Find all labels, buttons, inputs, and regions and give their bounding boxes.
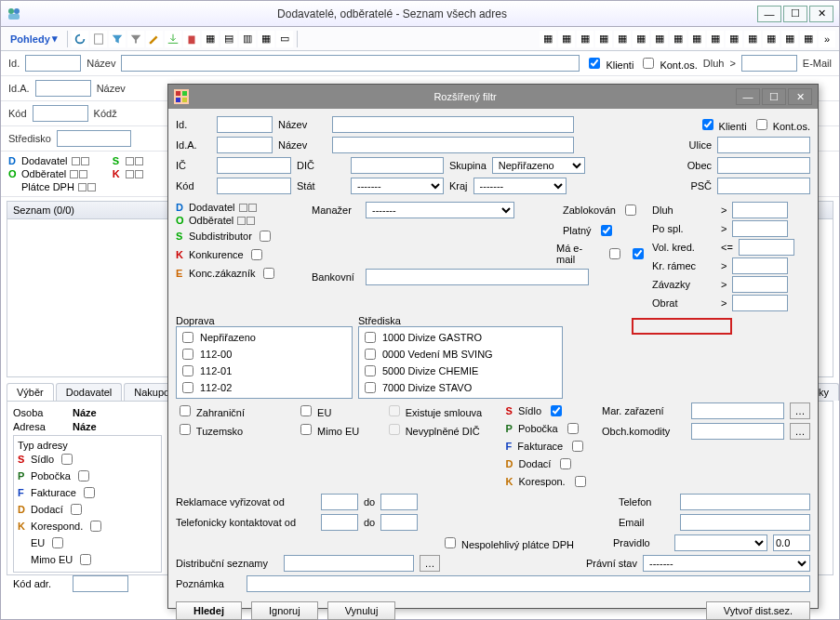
doc3-icon[interactable]: ▥ [239, 31, 256, 47]
strediska-list[interactable]: 1000 Divize GASTRO 0000 Vedení MB SVING … [358, 326, 563, 399]
dlg-nazev-input[interactable] [332, 116, 574, 133]
grid-icon[interactable]: ▦ [258, 31, 274, 47]
dlg-konc-check[interactable] [263, 268, 274, 279]
dlg-ulice-input[interactable] [717, 137, 810, 153]
vytvor-button[interactable]: Vytvoř dist.sez. [706, 601, 810, 620]
tool-i-icon[interactable]: ▦ [688, 31, 705, 47]
dodaci-check[interactable] [71, 504, 82, 515]
odberatel-tristate[interactable] [70, 170, 87, 178]
dlg-kor-check[interactable] [575, 476, 586, 487]
funnel-icon[interactable] [127, 31, 144, 47]
dlg-distsez-input[interactable] [284, 555, 414, 572]
hledej-button[interactable]: Hledej [176, 601, 242, 620]
dlg-dod-tri[interactable] [239, 204, 257, 212]
platce-tristate[interactable] [78, 183, 96, 191]
kod-input[interactable] [33, 105, 88, 122]
tool-e-icon[interactable]: ▦ [614, 31, 631, 47]
dlg-ic-input[interactable] [217, 157, 291, 174]
delete-icon[interactable] [183, 31, 200, 47]
minimize-button[interactable]: — [757, 6, 781, 22]
distsez-browse[interactable]: … [420, 555, 440, 572]
k-tristate[interactable] [126, 170, 143, 178]
dlg-dluh-input[interactable] [732, 202, 788, 218]
tel-do-input[interactable] [380, 514, 418, 531]
new-icon[interactable] [90, 31, 107, 47]
dlg-obrat-input[interactable] [732, 295, 788, 311]
dlg-poznamka-input[interactable] [247, 575, 810, 592]
dlg-odb-tri[interactable] [237, 217, 255, 225]
dlg-pravidlo-val[interactable] [773, 534, 810, 551]
zahr-check[interactable]: Zahraniční [176, 402, 291, 419]
dlg-kontos-check[interactable]: Kont.os. [753, 116, 810, 133]
mimoeu-check[interactable] [80, 554, 91, 565]
rekl-do-input[interactable] [380, 494, 418, 510]
dlg-zablok-check[interactable] [625, 204, 636, 216]
dlg-maximize-button[interactable]: ☐ [762, 88, 786, 105]
obchkom-browse[interactable]: … [790, 423, 810, 440]
dlg-pravidlo-select[interactable] [674, 534, 767, 551]
dlg-volkred-input[interactable] [739, 239, 794, 256]
tool-l-icon[interactable]: ▦ [744, 31, 761, 47]
mimoeu-check2[interactable]: Mimo EU [297, 421, 380, 438]
tool-k-icon[interactable]: ▦ [726, 31, 742, 47]
views-dropdown[interactable]: Pohledy▾ [5, 31, 63, 46]
tab-vyber[interactable]: Výběr [7, 383, 54, 401]
ida-input[interactable] [35, 80, 91, 97]
tool-m-icon[interactable]: ▦ [763, 31, 780, 47]
dlg-minimize-button[interactable]: — [736, 88, 760, 105]
nevypl-check[interactable]: Nevyplněné DIČ [385, 421, 500, 438]
refresh-icon[interactable] [72, 31, 88, 47]
pobocka-check[interactable] [78, 470, 89, 481]
dlg-platny-check[interactable] [601, 225, 612, 236]
tool-b-icon[interactable]: ▦ [558, 31, 575, 47]
tool-f-icon[interactable]: ▦ [633, 31, 649, 47]
close-button[interactable]: ✕ [809, 6, 833, 22]
dlg-stat-select[interactable]: ------- [351, 178, 444, 194]
stredisko-input[interactable] [57, 130, 131, 147]
dlg-kod-input[interactable] [217, 178, 291, 194]
tool-h-icon[interactable]: ▦ [670, 31, 687, 47]
marzar-browse[interactable]: … [790, 402, 810, 419]
tool-o-icon[interactable]: ▦ [800, 31, 817, 47]
dlg-kraj-select[interactable]: ------- [473, 178, 567, 194]
tool-a-icon[interactable]: ▦ [540, 31, 556, 47]
dlg-krramec-input[interactable] [732, 257, 788, 274]
tel-od-input[interactable] [321, 514, 358, 531]
list-icon[interactable]: ▭ [276, 31, 293, 47]
dlg-dod-check[interactable] [560, 458, 571, 469]
dlg-klienti-check[interactable]: Klienti [699, 116, 747, 133]
tab-dodavatel[interactable]: Dodavatel [56, 383, 123, 401]
dlg-pravnistav-select[interactable]: ------- [643, 555, 810, 572]
tool-n-icon[interactable]: ▦ [781, 31, 798, 47]
dlg-obec-input[interactable] [717, 157, 810, 174]
eu-check2[interactable]: EU [297, 402, 380, 419]
dlg-maemail-neg-check[interactable] [609, 248, 620, 259]
kodadr-input[interactable] [73, 575, 128, 592]
dlg-konk-check[interactable] [251, 249, 262, 260]
dlg-psc-input[interactable] [717, 178, 810, 194]
tuz-check[interactable]: Tuzemsko [176, 421, 291, 438]
dlg-email-input[interactable] [680, 514, 810, 531]
tool-g-icon[interactable]: ▦ [651, 31, 668, 47]
dlg-maemail-pos-check[interactable] [633, 248, 644, 259]
kontos-check[interactable]: Kont.os. [639, 55, 697, 72]
vynuluj-button[interactable]: Vynuluj [327, 601, 396, 620]
dlg-pospl-input[interactable] [732, 220, 788, 237]
dlg-sidlo-check[interactable] [551, 405, 562, 416]
dlg-fak-check[interactable] [572, 441, 583, 452]
dlg-nazev2-input[interactable] [332, 137, 574, 153]
dluh-input[interactable] [741, 55, 797, 72]
smlouva-check[interactable]: Existuje smlouva [385, 402, 500, 419]
koresp-check[interactable] [90, 521, 101, 532]
maximize-button[interactable]: ☐ [783, 6, 807, 22]
import-icon[interactable] [165, 31, 181, 47]
ignoruj-button[interactable]: Ignoruj [251, 601, 318, 620]
tool-d-icon[interactable]: ▦ [595, 31, 612, 47]
dlg-sub-check[interactable] [260, 231, 271, 242]
dlg-zavazky-input[interactable] [732, 276, 788, 293]
doc1-icon[interactable]: ▦ [202, 31, 219, 47]
dlg-bankovni-input[interactable] [366, 269, 589, 285]
nazev-input[interactable] [121, 55, 580, 72]
doc2-icon[interactable]: ▤ [220, 31, 237, 47]
dlg-pob-check[interactable] [567, 423, 579, 434]
